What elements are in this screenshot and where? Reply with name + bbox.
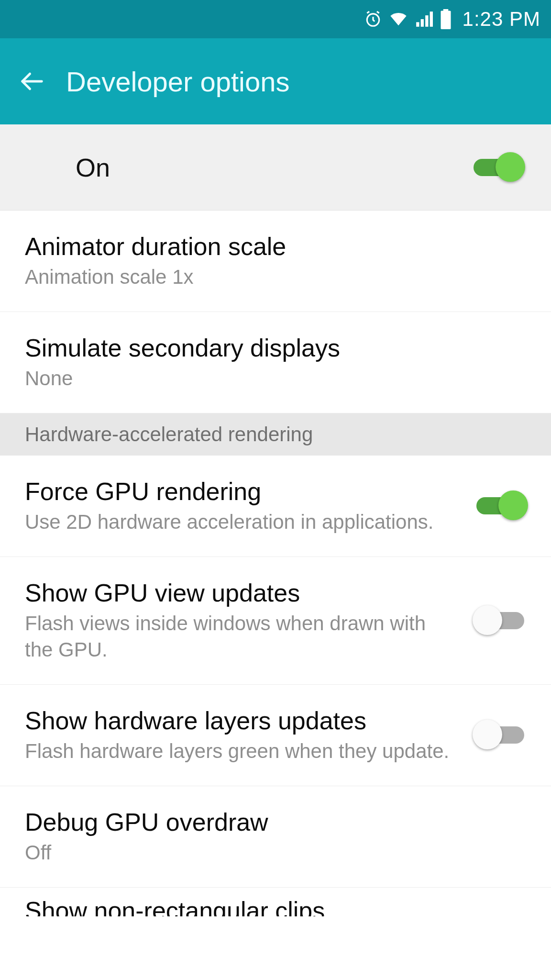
item-subtitle: Use 2D hardware acceleration in applicat… — [25, 509, 457, 535]
item-title: Show non-rectangular clips — [25, 896, 526, 916]
setting-show-gpu-view-updates[interactable]: Show GPU view updates Flash views inside… — [0, 557, 551, 685]
item-subtitle: Off — [25, 840, 526, 866]
app-bar: Developer options — [0, 38, 551, 124]
battery-icon — [440, 9, 452, 29]
item-title: Simulate secondary displays — [25, 333, 526, 363]
item-subtitle: Animation scale 1x — [25, 264, 526, 290]
status-bar: 1:23 PM — [0, 0, 551, 38]
svg-rect-1 — [416, 22, 419, 26]
item-subtitle: None — [25, 366, 526, 392]
page-title: Developer options — [66, 66, 290, 98]
setting-animator-duration-scale[interactable]: Animator duration scale Animation scale … — [0, 211, 551, 312]
item-title: Animator duration scale — [25, 232, 526, 261]
wifi-icon — [389, 10, 408, 29]
setting-show-hardware-layers-updates[interactable]: Show hardware layers updates Flash hardw… — [0, 685, 551, 786]
setting-show-non-rectangular-clips[interactable]: Show non-rectangular clips — [0, 888, 551, 916]
svg-rect-5 — [441, 11, 451, 30]
setting-simulate-secondary-displays[interactable]: Simulate secondary displays None — [0, 312, 551, 413]
master-toggle-switch[interactable] — [472, 153, 523, 182]
svg-rect-3 — [425, 15, 428, 27]
item-title: Show GPU view updates — [25, 578, 457, 608]
item-title: Debug GPU overdraw — [25, 807, 526, 837]
setting-force-gpu-rendering[interactable]: Force GPU rendering Use 2D hardware acce… — [0, 456, 551, 557]
toggle-show-hardware-layers-updates[interactable] — [474, 721, 526, 749]
svg-rect-4 — [430, 11, 432, 27]
item-title: Force GPU rendering — [25, 477, 457, 506]
status-icons — [364, 9, 452, 29]
svg-rect-2 — [420, 19, 423, 27]
item-title: Show hardware layers updates — [25, 706, 457, 735]
alarm-icon — [364, 10, 382, 28]
back-arrow-icon[interactable] — [19, 68, 45, 94]
section-header-hardware-rendering: Hardware-accelerated rendering — [0, 413, 551, 456]
svg-rect-6 — [443, 9, 448, 11]
master-toggle-label: On — [76, 153, 472, 182]
master-toggle-row[interactable]: On — [0, 124, 551, 211]
item-subtitle: Flash views inside windows when drawn wi… — [25, 611, 457, 663]
setting-debug-gpu-overdraw[interactable]: Debug GPU overdraw Off — [0, 786, 551, 888]
toggle-force-gpu-rendering[interactable] — [474, 491, 526, 520]
toggle-show-gpu-view-updates[interactable] — [474, 606, 526, 635]
settings-list: Animator duration scale Animation scale … — [0, 211, 551, 916]
item-subtitle: Flash hardware layers green when they up… — [25, 738, 457, 765]
cellular-signal-icon — [415, 10, 433, 28]
status-time: 1:23 PM — [463, 8, 540, 31]
